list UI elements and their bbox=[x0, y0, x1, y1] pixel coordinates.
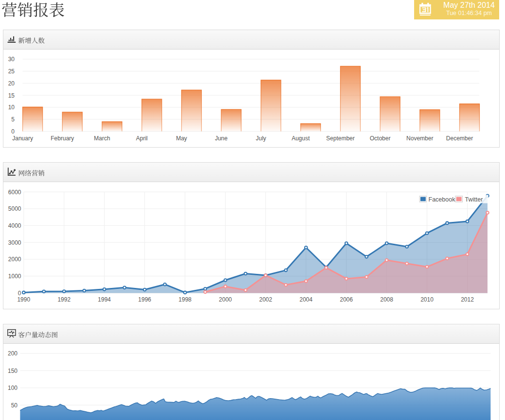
svg-text:2000: 2000 bbox=[8, 256, 21, 263]
svg-text:100: 100 bbox=[8, 385, 17, 391]
svg-text:September: September bbox=[326, 135, 355, 142]
svg-text:1996: 1996 bbox=[138, 296, 151, 303]
svg-text:50: 50 bbox=[11, 402, 18, 409]
svg-text:February: February bbox=[51, 135, 74, 142]
svg-text:150: 150 bbox=[8, 368, 17, 374]
svg-text:200: 200 bbox=[8, 350, 17, 357]
svg-text:August: August bbox=[292, 135, 310, 142]
svg-text:1990: 1990 bbox=[17, 296, 30, 303]
svg-text:June: June bbox=[215, 135, 227, 142]
svg-text:2000: 2000 bbox=[219, 296, 232, 303]
svg-text:2010: 2010 bbox=[420, 296, 434, 303]
svg-text:20: 20 bbox=[8, 80, 15, 87]
svg-text:2002: 2002 bbox=[259, 296, 272, 303]
svg-text:May: May bbox=[176, 135, 187, 142]
svg-text:March: March bbox=[94, 135, 110, 142]
svg-text:October: October bbox=[370, 135, 391, 142]
svg-text:January: January bbox=[12, 135, 33, 142]
svg-text:4000: 4000 bbox=[8, 222, 21, 229]
svg-text:2006: 2006 bbox=[340, 296, 353, 303]
svg-text:1000: 1000 bbox=[8, 273, 21, 280]
svg-text:1994: 1994 bbox=[98, 296, 111, 303]
svg-text:5: 5 bbox=[11, 116, 15, 123]
svg-text:30: 30 bbox=[8, 56, 15, 63]
svg-text:25: 25 bbox=[8, 68, 15, 75]
svg-text:July: July bbox=[256, 135, 266, 142]
svg-text:5000: 5000 bbox=[8, 205, 21, 212]
svg-text:Facebook: Facebook bbox=[429, 196, 456, 203]
svg-text:1992: 1992 bbox=[57, 296, 70, 303]
svg-text:November: November bbox=[406, 135, 433, 142]
svg-text:Twitter: Twitter bbox=[465, 196, 483, 203]
svg-text:6000: 6000 bbox=[8, 189, 21, 196]
svg-text:0: 0 bbox=[18, 290, 21, 297]
svg-text:2012: 2012 bbox=[461, 296, 474, 303]
svg-text:2008: 2008 bbox=[380, 296, 393, 303]
svg-text:10: 10 bbox=[8, 104, 15, 111]
svg-text:0: 0 bbox=[11, 128, 15, 135]
svg-text:April: April bbox=[136, 135, 148, 142]
svg-text:1998: 1998 bbox=[178, 296, 192, 303]
svg-text:2004: 2004 bbox=[299, 296, 313, 303]
svg-text:15: 15 bbox=[8, 92, 15, 99]
svg-text:December: December bbox=[446, 135, 473, 142]
svg-text:3000: 3000 bbox=[8, 239, 21, 246]
